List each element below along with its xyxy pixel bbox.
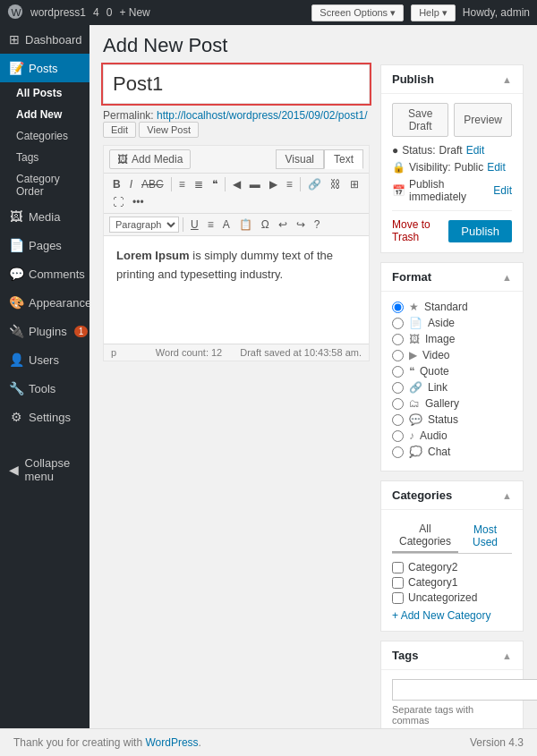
align-right-button[interactable]: ▶ <box>266 176 281 192</box>
move-to-trash-link[interactable]: Move to Trash <box>392 218 448 243</box>
tools-label: Tools <box>29 382 55 395</box>
footer-thank-you: Thank you for creating with <box>13 736 142 749</box>
tags-input[interactable] <box>392 679 537 701</box>
permalink-url[interactable]: http://localhost/wordpress/2015/09/02/po… <box>157 109 367 122</box>
align-justify-button[interactable]: ≡ <box>283 176 296 192</box>
format-label-status: Status <box>428 413 458 426</box>
status-edit-link[interactable]: Edit <box>466 144 485 157</box>
permalink-view-button[interactable]: View Post <box>139 122 199 138</box>
ul-button[interactable]: ≡ <box>175 176 189 192</box>
blockquote-button[interactable]: ❝ <box>209 176 221 192</box>
format-radio-status[interactable] <box>392 414 404 426</box>
align-left-button[interactable]: ◀ <box>229 176 244 192</box>
category-checkbox-0[interactable] <box>392 562 404 573</box>
add-media-button[interactable]: 🖼 Add Media <box>109 149 191 169</box>
format-radio-video[interactable] <box>392 350 404 361</box>
more-button[interactable]: ••• <box>129 194 148 210</box>
footer: Thank you for creating with WordPress. V… <box>0 728 537 756</box>
format-radio-link[interactable] <box>392 382 404 394</box>
tab-all-categories[interactable]: All Categories <box>392 519 458 553</box>
fullscreen-button[interactable]: ⛶ <box>109 194 127 210</box>
tab-visual[interactable]: Visual <box>276 149 324 169</box>
preview-button[interactable]: Preview <box>454 103 512 137</box>
category-checkbox-2[interactable] <box>392 592 404 604</box>
tab-most-used[interactable]: Most Used <box>458 519 512 553</box>
footer-version: Version 4.3 <box>470 736 524 749</box>
word-count: Word count: 12 <box>156 347 222 358</box>
format-radio-standard[interactable] <box>392 302 404 313</box>
trash-publish-row: Move to Trash Publish <box>392 210 512 243</box>
toolbar-btn-justify[interactable]: ≡ <box>204 217 217 233</box>
screen-options-button[interactable]: Screen Options ▾ <box>311 4 404 21</box>
sidebar-item-media[interactable]: 🖼 Media <box>0 202 90 231</box>
tags-help-text: Separate tags with commas <box>392 704 512 726</box>
publish-box-title: Publish <box>392 72 434 86</box>
permalink-edit-button[interactable]: Edit <box>103 122 136 138</box>
format-radio-audio[interactable] <box>392 430 404 442</box>
format-radio-gallery[interactable] <box>392 398 404 410</box>
sidebar-item-comments[interactable]: 💬 Comments <box>0 259 90 288</box>
categories-box-header[interactable]: Categories ▲ <box>381 481 523 510</box>
new-post-link[interactable]: + New <box>119 6 149 19</box>
sidebar-item-category-order[interactable]: Category Order <box>0 168 90 202</box>
updates-count[interactable]: 4 <box>93 6 99 19</box>
media-label: Media <box>29 210 60 224</box>
link-button[interactable]: 🔗 <box>304 176 325 192</box>
format-box-header[interactable]: Format ▲ <box>381 263 523 292</box>
add-media-icon: 🖼 <box>117 153 128 166</box>
toolbar-btn-color[interactable]: A <box>219 217 234 233</box>
visibility-edit-link[interactable]: Edit <box>487 161 506 174</box>
category-label-2: Uncategorized <box>408 591 477 604</box>
sidebar-item-tools[interactable]: 🔧 Tools <box>0 374 90 403</box>
format-radio-aside[interactable] <box>392 318 404 329</box>
categories-box-body: All Categories Most Used Category2 Categ… <box>381 510 523 631</box>
toolbar-btn-redo[interactable]: ↪ <box>293 217 309 233</box>
strikethrough-button[interactable]: ABC <box>138 176 167 192</box>
publish-box-header[interactable]: Publish ▲ <box>381 65 523 94</box>
bold-button[interactable]: B <box>109 176 124 192</box>
sidebar-item-collapse[interactable]: ◀ Collapse menu <box>0 449 90 490</box>
align-center-button[interactable]: ▬ <box>246 176 264 192</box>
sidebar-item-appearance[interactable]: 🎨 Appearance <box>0 288 90 317</box>
toolbar-btn-u[interactable]: U <box>187 217 202 233</box>
sidebar-item-pages[interactable]: 📄 Pages <box>0 231 90 259</box>
insert-button[interactable]: ⊞ <box>346 176 362 192</box>
toolbar-btn-paste[interactable]: 📋 <box>235 217 256 233</box>
sidebar-item-categories[interactable]: Categories <box>0 125 90 147</box>
unlink-button[interactable]: ⛓ <box>327 176 345 192</box>
toolbar-btn-help[interactable]: ? <box>311 217 324 233</box>
italic-button[interactable]: I <box>126 176 136 192</box>
add-new-category-link[interactable]: + Add New Category <box>392 609 512 622</box>
site-name[interactable]: wordpress1 <box>30 6 86 19</box>
paragraph-select[interactable]: Paragraph <box>109 217 179 233</box>
publish-time-edit-link[interactable]: Edit <box>493 184 512 197</box>
sidebar-item-plugins[interactable]: 🔌 Plugins 1 <box>0 317 90 345</box>
ol-button[interactable]: ≣ <box>191 176 207 192</box>
comments-count[interactable]: 0 <box>107 6 113 19</box>
categories-box-title: Categories <box>392 488 452 502</box>
category-checkbox-1[interactable] <box>392 577 404 589</box>
sidebar-item-add-new[interactable]: Add New <box>0 104 90 125</box>
sidebar-item-posts[interactable]: 📝 Posts <box>0 54 90 82</box>
toolbar-btn-char[interactable]: Ω <box>258 217 273 233</box>
editor-body[interactable]: Lorem Ipsum is simply dummy text of the … <box>104 236 369 344</box>
tab-text[interactable]: Text <box>324 149 363 169</box>
posts-icon: 📝 <box>9 61 23 75</box>
tags-box-header[interactable]: Tags ▲ <box>381 641 523 670</box>
format-radio-quote[interactable] <box>392 366 404 378</box>
sidebar-item-all-posts[interactable]: All Posts <box>0 82 90 104</box>
sidebar-item-tags[interactable]: Tags <box>0 147 90 168</box>
editor-container: 🖼 Add Media Visual Text B I ABC <box>103 145 370 361</box>
format-toolbar-row1: B I ABC ≡ ≣ ❝ ◀ ▬ ▶ ≡ 🔗 ⛓ <box>104 174 369 214</box>
post-title-input[interactable] <box>103 64 370 104</box>
publish-button[interactable]: Publish <box>448 220 512 242</box>
format-radio-image[interactable] <box>392 334 404 345</box>
sidebar-item-dashboard[interactable]: ⊞ Dashboard <box>0 25 90 54</box>
sidebar-item-users[interactable]: 👤 Users <box>0 345 90 374</box>
save-draft-button[interactable]: Save Draft <box>392 103 448 137</box>
format-radio-chat[interactable] <box>392 446 404 458</box>
footer-wp-link[interactable]: WordPress <box>145 736 198 749</box>
toolbar-btn-undo[interactable]: ↩ <box>275 217 291 233</box>
sidebar-item-settings[interactable]: ⚙ Settings <box>0 403 90 431</box>
help-button[interactable]: Help ▾ <box>411 4 456 21</box>
